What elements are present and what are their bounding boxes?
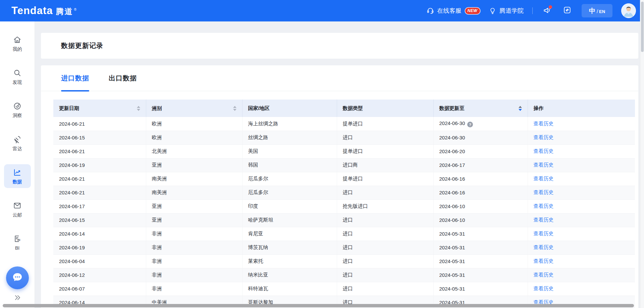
sidebar-item-my[interactable]: 我的 (4, 32, 31, 55)
table-row: 2024-06-04 非洲 莱索托 进口 2024-05-31? 查看历史 (53, 254, 635, 268)
home-icon (13, 35, 22, 44)
table-row: 2024-06-21 北美洲 美国 提单进口 2024-06-20? 查看历史 (53, 144, 635, 158)
cell-data-type: 进口 (337, 254, 433, 268)
cell-updated-to: 2024-06-16? (433, 186, 528, 199)
cell-actions: 查看历史 (528, 144, 635, 158)
cell-country: 肯尼亚 (242, 227, 337, 241)
view-history-link[interactable]: 查看历史 (534, 258, 554, 264)
cell-continent: 亚洲 (146, 213, 242, 227)
cell-updated-to: 2024-05-31? (433, 268, 528, 282)
insight-icon (13, 102, 22, 111)
chat-fab[interactable] (6, 266, 29, 289)
headset-icon (426, 7, 434, 15)
double-chevron-right-icon (13, 295, 22, 302)
cell-country: 印度 (242, 199, 337, 213)
online-service-link[interactable]: 在线客服 NEW (426, 7, 480, 15)
view-history-link[interactable]: 查看历史 (534, 203, 554, 209)
sort-carets-icon[interactable] (233, 106, 236, 111)
online-service-label: 在线客服 (437, 7, 462, 15)
vertical-scrollbar[interactable] (640, 0, 644, 308)
fullscreen-button[interactable] (561, 5, 573, 16)
data-tabs: 进口数据 出口数据 (41, 65, 638, 91)
search-icon (13, 68, 22, 77)
notification-dot (549, 5, 552, 9)
cell-country: 韩国 (242, 158, 337, 172)
tab-label: 进口数据 (61, 74, 89, 83)
view-history-link[interactable]: 查看历史 (534, 148, 554, 154)
cell-update-date: 2024-06-21 (53, 186, 146, 199)
sidebar-expand-button[interactable] (13, 295, 22, 302)
vertical-scrollbar-thumb[interactable] (641, 2, 644, 52)
cell-continent: 亚洲 (146, 199, 242, 213)
column-data-type: 数据类型 (337, 100, 433, 117)
cell-continent: 南美洲 (146, 172, 242, 186)
table-wrapper: 更新日期 洲别 国家/地区 数据类型 (53, 100, 628, 308)
view-history-link[interactable]: 查看历史 (534, 272, 554, 278)
view-history-link[interactable]: 查看历史 (534, 189, 554, 195)
horizontal-scrollbar[interactable] (0, 303, 640, 308)
column-country: 国家/地区 (242, 100, 337, 117)
tab-export-data[interactable]: 出口数据 (109, 65, 137, 91)
sidebar-item-discover[interactable]: 发现 (4, 65, 31, 88)
sidebar-item-insight[interactable]: 洞察 (4, 98, 31, 122)
cell-continent: 亚洲 (146, 158, 242, 172)
data-chart-icon (13, 168, 22, 177)
cell-actions: 查看历史 (528, 241, 635, 254)
brand-logo[interactable]: Tendata 腾道 ® (11, 5, 76, 17)
cell-continent: 非洲 (146, 241, 242, 254)
view-history-link[interactable]: 查看历史 (534, 231, 554, 236)
cell-country: 厄瓜多尔 (242, 172, 337, 186)
table-row: 2024-06-12 非洲 纳米比亚 进口 2024-05-31? 查看历史 (53, 268, 635, 282)
view-history-link[interactable]: 查看历史 (534, 134, 554, 140)
academy-label: 腾道学院 (499, 7, 524, 15)
cell-continent: 非洲 (146, 282, 242, 296)
sidebar-item-bi[interactable]: BI BI (4, 231, 31, 254)
sidebar-item-radar[interactable]: 雷达 (4, 131, 31, 155)
cell-data-type: 进口 (337, 282, 433, 296)
data-table-card: 进口数据 出口数据 更新日期 (41, 65, 638, 308)
horizontal-scrollbar-thumb[interactable] (3, 304, 634, 307)
announcement-button[interactable] (541, 5, 553, 16)
column-update-date[interactable]: 更新日期 (53, 100, 146, 117)
view-history-link[interactable]: 查看历史 (534, 121, 554, 126)
view-history-link[interactable]: 查看历史 (534, 176, 554, 181)
lang-zh-label: 中 (589, 7, 595, 15)
language-toggle[interactable]: 中 / EN (582, 4, 612, 17)
help-icon[interactable]: ? (467, 122, 473, 127)
cell-actions: 查看历史 (528, 158, 635, 172)
sort-carets-icon[interactable] (519, 106, 522, 111)
sidebar-item-data[interactable]: 数据 (4, 164, 31, 188)
academy-link[interactable]: 腾道学院 (489, 7, 524, 15)
table-row: 2024-06-17 亚洲 印度 抢先版进口 2024-06-10? 查看历史 (53, 199, 635, 213)
cell-data-type: 提单进口 (337, 172, 433, 186)
cell-update-date: 2024-06-19 (53, 241, 146, 254)
cell-continent: 非洲 (146, 254, 242, 268)
cell-update-date: 2024-06-15 (53, 213, 146, 227)
cell-country: 海上丝绸之路 (242, 117, 337, 131)
view-history-link[interactable]: 查看历史 (534, 286, 554, 291)
view-history-link[interactable]: 查看历史 (534, 244, 554, 250)
lang-separator: / (597, 8, 598, 14)
column-continent[interactable]: 洲别 (146, 100, 242, 117)
sidebar-label: 数据 (13, 179, 22, 185)
table-row: 2024-06-21 欧洲 海上丝绸之路 提单进口 2024-06-30? 查看… (53, 117, 635, 131)
tab-label: 出口数据 (109, 74, 137, 83)
sidebar-label: 洞察 (13, 113, 22, 119)
cell-country: 莱索托 (242, 254, 337, 268)
header-nav: 在线客服 NEW 腾道学院 (426, 3, 636, 18)
tab-import-data[interactable]: 进口数据 (61, 65, 89, 91)
cell-update-date: 2024-06-21 (53, 172, 146, 186)
table-header-row: 更新日期 洲别 国家/地区 数据类型 (53, 100, 635, 117)
sidebar-item-cloudmail[interactable]: 云邮 (4, 197, 31, 221)
cell-data-type: 进口商 (337, 158, 433, 172)
sidebar-label: 雷达 (13, 146, 22, 152)
table-row: 2024-06-19 亚洲 韩国 进口商 2024-06-17? 查看历史 (53, 158, 635, 172)
user-avatar[interactable] (621, 3, 636, 18)
column-updated-to[interactable]: 数据更新至 (433, 100, 528, 117)
view-history-link[interactable]: 查看历史 (534, 217, 554, 223)
table-row: 2024-06-15 欧洲 丝绸之路 进口 2024-06-30? 查看历史 (53, 131, 635, 144)
view-history-link[interactable]: 查看历史 (534, 162, 554, 168)
sort-carets-icon[interactable] (137, 106, 140, 111)
sidebar-label: BI (15, 245, 19, 251)
cell-data-type: 提单进口 (337, 144, 433, 158)
